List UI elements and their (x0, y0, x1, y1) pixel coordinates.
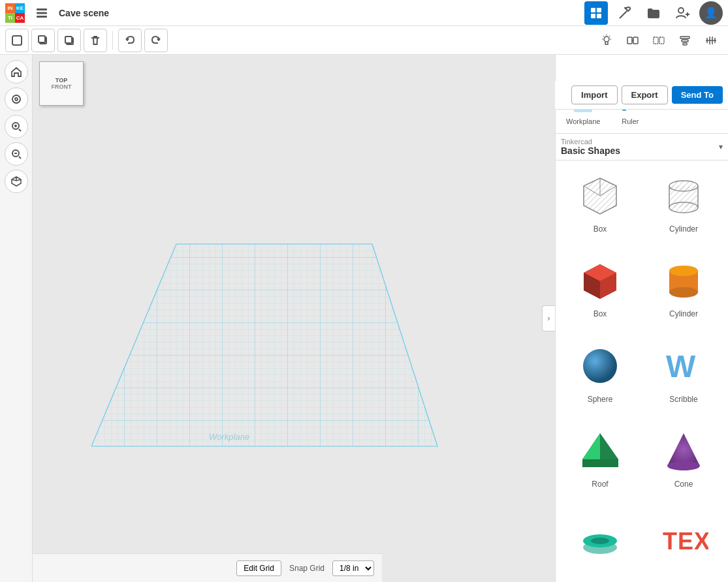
svg-marker-61 (667, 433, 700, 466)
shape-torus-teal[interactable] (561, 506, 639, 577)
shape-sphere-blue[interactable]: Sphere (561, 336, 639, 416)
shape-img-sphere-blue (574, 340, 626, 392)
redo-icon (150, 35, 162, 46)
shape-roof-green[interactable]: Roof (561, 421, 639, 500)
target-button[interactable] (5, 87, 28, 111)
snap-select[interactable]: 1/8 in 1/4 in 1/2 in 1 in (332, 560, 374, 576)
align-button[interactable] (673, 29, 697, 52)
zoom-out-button[interactable] (5, 142, 28, 166)
shape-img-box-wireframe (574, 170, 626, 222)
sendto-button[interactable]: Send To (672, 86, 723, 104)
shape-img-roof-green (574, 425, 626, 477)
svg-point-21 (12, 95, 20, 103)
svg-rect-18 (680, 37, 689, 38)
shape-img-cone-purple (657, 425, 710, 477)
shape-label-cylinder-orange: Cylinder (669, 309, 698, 318)
svg-rect-4 (597, 8, 601, 12)
duplicate-button[interactable] (57, 29, 81, 52)
add-user-button[interactable] (671, 1, 694, 25)
svg-marker-26 (91, 244, 437, 446)
cube-view-button[interactable] (5, 170, 28, 193)
svg-rect-1 (37, 12, 47, 14)
right-panel: Workplane Ruler Tinker (555, 55, 728, 582)
shape-img-torus-teal (574, 510, 626, 562)
zoom-out-icon (10, 148, 22, 160)
cut-button[interactable] (5, 29, 29, 52)
svg-rect-10 (39, 36, 45, 42)
home-button[interactable] (5, 60, 28, 84)
workplane-label: Workplane (566, 117, 600, 125)
shape-box-wireframe[interactable]: Box (561, 166, 639, 245)
grid-view-button[interactable] (584, 1, 608, 25)
copy-icon (37, 35, 49, 46)
shape-cone-purple[interactable]: Cone (644, 421, 723, 500)
scene-title: Cave scene (59, 8, 109, 18)
dropdown-arrow[interactable]: ▾ (719, 142, 723, 151)
action-bar: Import Export Send To (555, 81, 728, 110)
svg-rect-6 (597, 14, 601, 18)
view-cube[interactable]: TOP FRONT (39, 61, 85, 107)
svg-rect-5 (591, 14, 595, 18)
shape-text-red[interactable]: TEXT (644, 506, 723, 577)
action-bar-spacer (556, 55, 728, 84)
add-user-icon (675, 6, 689, 20)
canvas-area[interactable]: TOP FRONT Workplane (33, 55, 555, 582)
target-icon (10, 93, 22, 105)
logo-tl: IN (5, 3, 15, 13)
svg-rect-14 (627, 37, 632, 44)
shape-cylinder-wireframe[interactable]: Cylinder (644, 166, 723, 245)
shape-label-cylinder-wireframe: Cylinder (669, 224, 698, 234)
bottom-bar: Edit Grid Snap Grid 1/8 in 1/4 in 1/2 in… (33, 553, 382, 582)
toolbar (0, 26, 728, 55)
import-button[interactable]: Import (571, 85, 617, 104)
ungroup-button[interactable] (647, 29, 671, 52)
delete-button[interactable] (84, 29, 107, 52)
svg-rect-17 (659, 37, 664, 44)
topbar: IN KE TI CA Cave scene 👤 (0, 0, 728, 26)
light-button[interactable] (595, 29, 618, 52)
export-button[interactable]: Export (622, 85, 668, 104)
shape-cylinder-orange[interactable]: Cylinder (644, 251, 723, 330)
svg-point-13 (604, 37, 609, 42)
shape-img-text-red: TEXT (657, 510, 710, 562)
duplicate-icon (63, 35, 75, 46)
collapse-panel-button[interactable]: › (542, 305, 555, 331)
delete-icon (89, 35, 101, 46)
svg-rect-0 (37, 8, 47, 10)
home-icon (10, 66, 22, 78)
shape-label-cone-purple: Cone (674, 480, 693, 489)
shapes-grid: Box (556, 161, 728, 582)
svg-rect-15 (633, 37, 638, 44)
zoom-in-button[interactable] (5, 115, 28, 138)
shape-box-red[interactable]: Box (561, 251, 639, 330)
svg-point-62 (667, 461, 700, 470)
undo-icon (124, 35, 136, 46)
shape-label-box-wireframe: Box (593, 224, 607, 234)
user-avatar[interactable]: 👤 (699, 1, 723, 25)
edit-grid-button[interactable]: Edit Grid (236, 560, 281, 576)
redo-button[interactable] (144, 29, 168, 52)
svg-marker-60 (582, 459, 618, 467)
shape-scribble[interactable]: W Scribble (644, 336, 723, 416)
svg-rect-20 (683, 43, 687, 45)
shape-img-cylinder-orange (657, 254, 710, 307)
list-view-button[interactable] (30, 1, 54, 25)
main-area: Import Export Send To (0, 55, 728, 582)
folder-button[interactable] (642, 1, 665, 25)
shape-label-sphere-blue: Sphere (588, 395, 613, 404)
undo-button[interactable] (118, 29, 142, 52)
cube-front-label: FRONT (52, 84, 72, 90)
ruler-label: Ruler (622, 117, 639, 125)
svg-rect-2 (37, 16, 47, 18)
svg-marker-59 (582, 433, 600, 461)
flip-button[interactable] (699, 29, 723, 52)
svg-rect-8 (12, 36, 22, 45)
app-logo: IN KE TI CA (5, 3, 25, 23)
shape-selector: Tinkercad Basic Shapes ▾ (556, 134, 728, 161)
pickaxe-button[interactable] (613, 1, 637, 25)
grid-icon (590, 7, 603, 20)
group-button[interactable] (621, 29, 644, 52)
copy-button[interactable] (31, 29, 55, 52)
folder-icon (646, 6, 661, 20)
toolbar-divider-1 (112, 31, 113, 50)
